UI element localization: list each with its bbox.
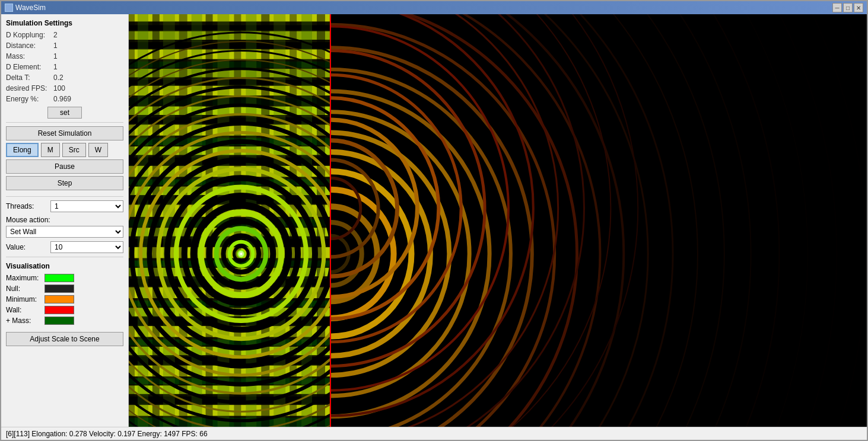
mouse-action-row: Set Wall Set Source Set Mass	[6, 226, 123, 238]
field-row-desired-fps: desired FPS: 100	[6, 84, 123, 92]
vis-label-maximum: Maximum:	[6, 274, 44, 282]
vis-row-mass: + Mass:	[6, 317, 123, 325]
visualisation-section: Visualisation Maximum: Null: Minimum: Wa…	[6, 262, 123, 325]
value-row: Value: 1 5 10 20 50	[6, 241, 123, 253]
label-energy: Energy %:	[6, 95, 53, 103]
label-d-kopplung: D Kopplung:	[6, 31, 53, 39]
threads-label: Threads:	[6, 202, 50, 210]
label-distance: Distance:	[6, 41, 53, 50]
main-window: WaveSim ─ □ ✕ Simulation Settings D Kopp…	[0, 0, 868, 441]
value-energy: 0.969	[53, 95, 71, 103]
value-d-element: 1	[53, 63, 58, 71]
color-maximum[interactable]	[44, 274, 74, 282]
adjust-scale-button[interactable]: Adjust Scale to Scene	[6, 332, 123, 346]
field-row-d-element: D Element: 1	[6, 63, 123, 71]
value-distance: 1	[53, 41, 58, 50]
vis-row-null: Null:	[6, 285, 123, 293]
field-row-delta-t: Delta T: 0.2	[6, 74, 123, 82]
wave-display	[129, 14, 867, 427]
color-minimum[interactable]	[44, 295, 74, 303]
mode-m-button[interactable]: M	[41, 143, 60, 157]
mode-elong-button[interactable]: Elong	[6, 143, 39, 157]
mode-src-button[interactable]: Src	[62, 143, 86, 157]
label-d-element: D Element:	[6, 63, 53, 71]
mode-buttons-group: Elong M Src W	[6, 143, 123, 157]
value-d-kopplung: 2	[53, 31, 58, 39]
status-bar: [6][113] Elongation: 0.278 Velocity: 0.1…	[1, 427, 867, 440]
mouse-action-select[interactable]: Set Wall Set Source Set Mass	[6, 226, 123, 238]
threads-row: Threads: 1 2 4 8	[6, 200, 123, 212]
color-wall[interactable]	[44, 306, 74, 314]
field-row-distance: Distance: 1	[6, 41, 123, 50]
value-delta-t: 0.2	[53, 74, 63, 82]
value-desired-fps: 100	[53, 84, 65, 92]
vis-row-wall: Wall:	[6, 306, 123, 314]
svg-point-73	[240, 253, 242, 255]
reset-simulation-button[interactable]: Reset Simulation	[6, 126, 123, 140]
content-area: Simulation Settings D Kopplung: 2 Distan…	[1, 14, 867, 427]
vis-row-maximum: Maximum:	[6, 274, 123, 282]
title-bar-controls: ─ □ ✕	[832, 3, 863, 12]
pause-button[interactable]: Pause	[6, 159, 123, 174]
value-select[interactable]: 1 5 10 20 50	[50, 241, 123, 253]
minimize-button[interactable]: ─	[832, 3, 842, 12]
value-label: Value:	[6, 243, 50, 251]
divider2	[6, 196, 123, 197]
vis-row-minimum: Minimum:	[6, 295, 123, 303]
divider3	[6, 257, 123, 257]
simulation-area[interactable]	[129, 14, 867, 427]
color-null[interactable]	[44, 285, 74, 293]
value-mass: 1	[53, 52, 58, 60]
label-delta-t: Delta T:	[6, 74, 53, 82]
label-mass: Mass:	[6, 52, 53, 60]
sidebar: Simulation Settings D Kopplung: 2 Distan…	[1, 14, 129, 427]
settings-title: Simulation Settings	[6, 19, 123, 27]
title-bar: WaveSim ─ □ ✕	[1, 1, 867, 14]
window-title: WaveSim	[15, 4, 46, 12]
vis-label-minimum: Minimum:	[6, 295, 44, 303]
mode-w-button[interactable]: W	[88, 143, 108, 157]
label-desired-fps: desired FPS:	[6, 84, 53, 92]
step-button[interactable]: Step	[6, 176, 123, 190]
divider1	[6, 122, 123, 123]
vis-label-wall: Wall:	[6, 306, 44, 314]
mouse-action-label: Mouse action:	[6, 216, 123, 224]
vis-label-null: Null:	[6, 285, 44, 293]
status-text: [6][113] Elongation: 0.278 Velocity: 0.1…	[6, 430, 208, 438]
close-button[interactable]: ✕	[854, 3, 863, 12]
color-mass[interactable]	[44, 317, 74, 325]
maximize-button[interactable]: □	[843, 3, 853, 12]
vis-title: Visualisation	[6, 262, 123, 270]
field-row-mass: Mass: 1	[6, 52, 123, 60]
app-icon	[5, 4, 13, 12]
title-bar-left: WaveSim	[5, 4, 46, 12]
field-row-energy: Energy %: 0.969	[6, 95, 123, 103]
threads-select[interactable]: 1 2 4 8	[50, 200, 123, 212]
vis-label-mass: + Mass:	[6, 317, 44, 325]
field-row-d-kopplung: D Kopplung: 2	[6, 31, 123, 39]
set-button[interactable]: set	[47, 107, 82, 119]
